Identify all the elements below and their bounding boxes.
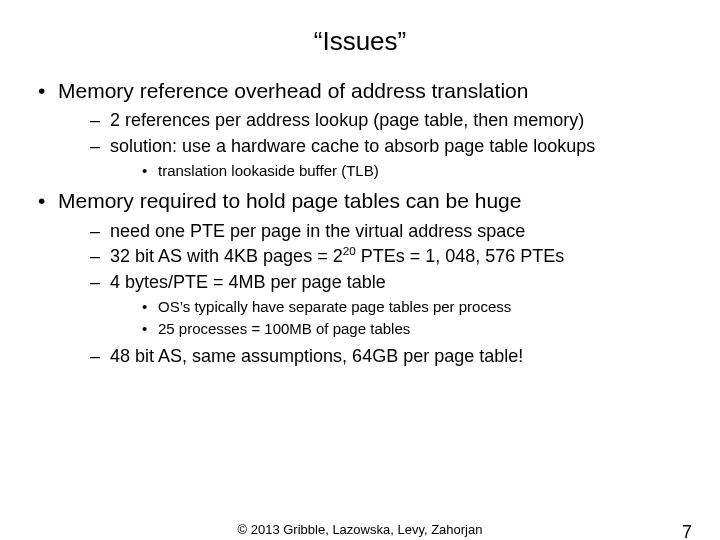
bullet-list: Memory reference overhead of address tra… bbox=[30, 77, 690, 369]
b2-s3b: 25 processes = 100MB of page tables bbox=[140, 319, 690, 339]
b2-s3b-pre: 25 processes = 100 bbox=[158, 320, 289, 337]
b2-s2-post2: 048, bbox=[445, 246, 480, 266]
b2-s2-exp: 20 bbox=[343, 244, 356, 257]
b2-s3-pre: 4 bytes/PTE = 4 bbox=[110, 272, 239, 292]
b2-s3a: OS’s typically have separate page tables… bbox=[140, 297, 690, 317]
b1-s2a: translation lookaside buffer (TLB) bbox=[140, 161, 690, 181]
b2-s3-sub: OS’s typically have separate page tables… bbox=[110, 297, 690, 340]
bullet-2-text: Memory required to hold page tables can … bbox=[58, 189, 521, 212]
slide-title: “Issues” bbox=[30, 26, 690, 57]
bullet-2-sub: need one PTE per page in the virtual add… bbox=[58, 220, 690, 369]
bullet-1-sub: 2 references per address lookup (page ta… bbox=[58, 109, 690, 181]
slide: “Issues” Memory reference overhead of ad… bbox=[0, 0, 720, 540]
b2-s4: 48 bit AS, same assumptions, 64GB per pa… bbox=[88, 345, 690, 368]
b2-s2-post: PTEs = 1, bbox=[356, 246, 441, 266]
b1-s2-sub: translation lookaside buffer (TLB) bbox=[110, 161, 690, 181]
b2-s2-pre: 32 bit AS with 4 bbox=[110, 246, 234, 266]
b2-s4-post: GB per page table! bbox=[372, 346, 523, 366]
b2-s3-post: MB per page table bbox=[239, 272, 386, 292]
bullet-2: Memory required to hold page tables can … bbox=[30, 187, 690, 368]
bullet-1-text: Memory reference overhead of address tra… bbox=[58, 79, 528, 102]
b2-s1: need one PTE per page in the virtual add… bbox=[88, 220, 690, 243]
b2-s3: 4 bytes/PTE = 4MB per page table OS’s ty… bbox=[88, 271, 690, 340]
b2-s2: 32 bit AS with 4KB pages = 220 PTEs = 1,… bbox=[88, 245, 690, 268]
b2-s3b-post: MB of page tables bbox=[289, 320, 410, 337]
page-number: 7 bbox=[682, 522, 692, 540]
b1-s2-text: solution: use a hardware cache to absorb… bbox=[110, 136, 595, 156]
b1-s2: solution: use a hardware cache to absorb… bbox=[88, 135, 690, 182]
bullet-1: Memory reference overhead of address tra… bbox=[30, 77, 690, 181]
b2-s2-mid: KB pages = 2 bbox=[234, 246, 343, 266]
b2-s4-pre: 48 bit AS, same assumptions, 64 bbox=[110, 346, 372, 366]
copyright: © 2013 Gribble, Lazowska, Levy, Zahorjan bbox=[0, 522, 720, 537]
b1-s1: 2 references per address lookup (page ta… bbox=[88, 109, 690, 132]
b2-s2-post3: 576 PTEs bbox=[485, 246, 564, 266]
